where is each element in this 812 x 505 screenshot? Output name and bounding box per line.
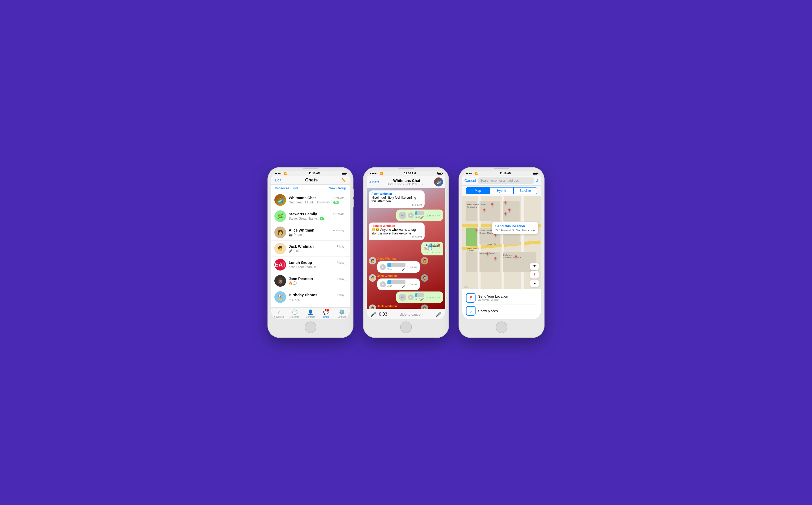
msg-sender-peter: Peter Whitman [372,192,422,195]
out-avatar-1: 👓 [399,212,406,219]
send-location-action[interactable]: 📍 Send Your Location Accurate to 10m [466,292,537,305]
map-type-satellite[interactable]: Satellite [514,187,537,194]
chat-info-lunch: Lunch Group Friday You: Great, thanks! [289,261,344,269]
chat-name-row-stewarts: Stewarts Family 11:39 AM [289,212,344,216]
status-right-2 [437,172,442,175]
chat-nav-subtitle: Alice, Francis, Jack, Peter, Eli,... [381,183,432,186]
chat-arrow-birthday: › [345,295,347,299]
maps-cancel-button[interactable]: Cancel [464,178,476,183]
phone-1-home-btn[interactable] [305,321,316,333]
msg-meta-out-1: 11:38 PM ✓✓ [425,214,440,217]
chat-item-whitmans[interactable]: 🏄 Whitmans Chat 11:45 AM Ned: Yeah, I th… [271,192,350,208]
wifi-icon-3: 📶 [475,172,478,175]
maps-refresh-button[interactable]: ↺ [536,178,539,183]
tab-contacts[interactable]: 👤 Contacts [302,309,318,318]
alice-photo-avatar: 🧑‍🎤 [421,257,428,265]
chat-preview-jane: 🔥💬 [289,282,297,285]
maps-search-bar[interactable]: Search or enter an address [478,177,534,184]
phone-side-btn-1 [353,189,354,197]
battery-icon-1 [342,172,347,175]
chat-name-birthday: Birthday Photos [289,293,317,297]
chat-name-stewarts: Stewarts Family [289,212,317,216]
chat-name-row-alice: Alice Whitman Yesterday [289,228,344,232]
phone-2-top-button [398,167,414,169]
chat-item-stewarts[interactable]: 🌿 Stewarts Family 11:39 AM Steve: Great,… [271,208,350,224]
status-left-1: ●●●●○ 📶 [274,172,287,175]
audio-duration-jack-1: 0:32 [387,285,392,288]
edit-button[interactable]: Edit [275,178,281,182]
map-type-map[interactable]: Map [466,187,490,194]
maps-search-placeholder: Search or enter an address [480,179,519,182]
msg-alice-audio: ▶ 0:15 🎤 11:42 AM [377,261,420,273]
recents-icon: 🕐 [292,309,298,315]
audio-wave-jack-1 [387,280,405,284]
map-pin-red-2: 📍 [490,203,494,207]
chat-arrow-jane: › [345,279,347,283]
emoji-check: ✓✓ [436,251,440,254]
msg-emoji-out: 🎿🏄🚢🚂🎠💬 11:42 AM ✓✓ [421,241,443,256]
compose-button[interactable]: ✏️ [342,178,346,182]
battery-icon-2 [437,172,442,175]
play-btn-jack-1[interactable]: ▶ [380,282,386,287]
tab-settings[interactable]: ⚙️ Settings [334,309,350,318]
chat-name-row-jack: Jack Whitman Friday [289,244,344,248]
send-location-info: Send Your Location Accurate to 10m [478,294,508,302]
signal-dots-2: ●●●●○ [370,172,378,175]
location-popup[interactable]: Send this location 720 Howard St, San Fr… [492,222,538,234]
chat-name-row-whitmans: Whitmans Chat 11:45 AM [289,196,344,200]
tab-favorites[interactable]: ☆ Favorites [271,309,287,318]
chat-item-jack[interactable]: 👨 Jack Whitman Friday 🎤 0:07 › [271,240,350,257]
chat-avatar-jack: 👨 [274,243,286,255]
chat-sub-alice: 📷 Photo [289,233,344,236]
new-group-link[interactable]: New Group [328,186,346,190]
chats-tab-label: Chats [323,316,329,318]
chat-info-birthday: Birthday Photos Friday Francis: [289,293,344,301]
map-location-button[interactable]: ➤ [530,280,539,287]
map-pin-red-9: 📍 [514,255,518,260]
chat-nav-avatar[interactable]: 🏄 [434,177,443,186]
phone-3-home-btn[interactable] [496,321,507,333]
msg-meta-emoji: 11:42 AM ✓✓ [424,251,441,254]
map-3d-button[interactable]: 3D [530,263,539,270]
broadcast-lists-link[interactable]: Broadcast Lists [275,186,298,190]
audio-wave-out-2 [415,293,424,297]
audio-mic-alice: 🎤 [402,268,405,271]
contacts-label: Contacts [306,316,315,318]
msg-text-francis: 😁😆 Anyone who wants to tag along is more… [372,228,422,235]
settings-label: Settings [337,316,346,318]
audio-duration-out-2: 0:18 [415,298,420,301]
chat-sub-whitmans: Ned: Yeah, I think, I know wh... 50 [289,200,344,204]
messages-area: Peter Whitman Nice! I definitely feel li… [367,188,445,309]
play-btn-out-2[interactable]: ▶ [408,294,414,300]
msg-jack-audio-2-container: 👨 Jack Whitman ▶ 0:07 🎤 [369,305,443,309]
send-location-icon: 📍 [466,293,476,303]
play-btn-1[interactable]: ▶ [408,212,414,218]
map-label-creativity: Children'sCreativity Museum [503,254,521,259]
chat-arrow-jack: › [345,246,347,250]
phone-2-home-btn[interactable] [400,321,412,333]
map-pin-button[interactable]: 📍 [530,271,539,279]
wifi-icon: 📶 [284,172,287,175]
location-popup-title: Send this location [495,224,535,228]
tab-recents[interactable]: 🕐 Recents [287,309,302,318]
msg-sender-jack-1: Jack Whitman [377,274,420,278]
tab-chats[interactable]: 💬 Chats 2 [318,309,334,318]
chat-badge-whitmans: 50 [333,201,339,204]
chat-time-lunch: Friday [337,261,345,264]
chat-item-lunch[interactable]: EAT Lunch Group Friday You: Great, thank… [271,257,350,273]
map-type-hybrid[interactable]: Hybrid [490,187,513,194]
chat-item-jane[interactable]: 👩🏽 Jane Pearson Friday 🔥💬 › [271,273,350,289]
chat-nav-title: Whitmans Chat [381,178,432,183]
status-left-2: ●●●●○ 📶 [370,172,383,175]
map-pin-red-6: 📍 [493,234,498,238]
chat-item-birthday[interactable]: 🏖️ Birthday Photos Friday Francis: › [271,289,350,305]
chat-preview-lunch: You: Great, thanks! [289,265,316,269]
maps-nav: Cancel Search or enter an address ↺ [462,176,541,186]
show-places-action[interactable]: ⌄ Show places [466,305,537,317]
msg-jack-audio-1: ▶ 0:32 🎤 11:43 AM [377,279,420,290]
play-btn-alice[interactable]: ▶ [380,264,386,270]
chat-back-button[interactable]: ‹ Chats [369,180,379,184]
chat-list: 🏄 Whitmans Chat 11:45 AM Ned: Yeah, I th… [271,192,350,307]
chat-time-jane: Friday [337,278,345,280]
chat-item-alice[interactable]: 👩 Alice Whitman Yesterday 📷 Photo › [271,224,350,240]
